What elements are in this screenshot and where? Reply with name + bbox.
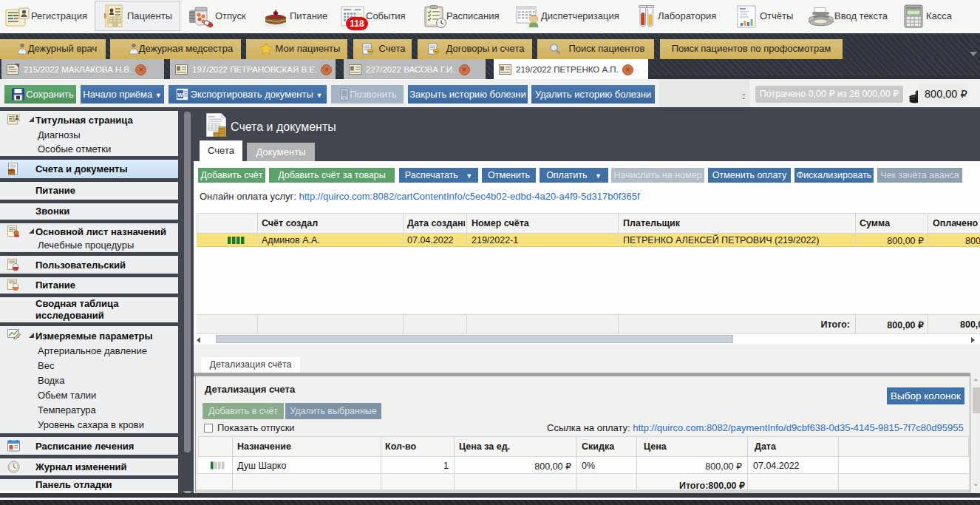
svg-text:W: W <box>177 92 183 98</box>
